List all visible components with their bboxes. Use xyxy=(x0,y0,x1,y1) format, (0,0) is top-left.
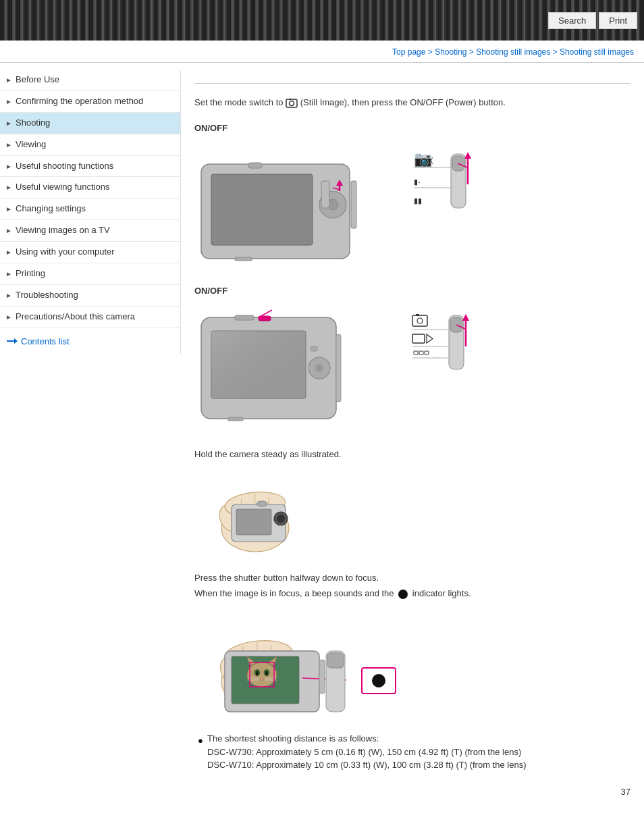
arrow-icon: ► xyxy=(5,76,12,84)
bullet-dsc-w730: DSC-W730: Approximately 5 cm (0.16 ft) (… xyxy=(207,747,521,757)
sidebar-item-using-computer[interactable]: ► Using with your computer xyxy=(0,242,180,263)
arrow-icon: ► xyxy=(5,291,12,300)
svg-point-61 xyxy=(277,515,285,523)
sidebar-item-viewing-tv[interactable]: ► Viewing images on a TV xyxy=(0,220,180,242)
svg-rect-36 xyxy=(412,315,427,326)
sidebar-item-shooting[interactable]: ► Shooting xyxy=(0,113,180,134)
sidebar-item-viewing[interactable]: ► Viewing xyxy=(0,134,180,156)
sidebar-label: Using with your computer xyxy=(16,246,173,258)
hand-diagram xyxy=(194,467,630,559)
svg-rect-4 xyxy=(211,174,313,245)
svg-rect-86 xyxy=(327,653,344,668)
sidebar-label: Viewing images on a TV xyxy=(16,225,173,236)
arrow-icon: ► xyxy=(5,140,12,149)
svg-point-76 xyxy=(257,671,259,675)
print-button[interactable]: Print xyxy=(599,12,637,29)
sidebar-item-useful-shooting[interactable]: ► Useful shooting functions xyxy=(0,156,180,178)
svg-rect-11 xyxy=(248,163,262,168)
sidebar-label: Before Use xyxy=(16,74,173,86)
hand-camera-svg xyxy=(194,467,329,555)
diagram-1: 📷 〈 ▮‐ ▮▮ xyxy=(194,144,630,265)
camera-group-2: ON/OFF xyxy=(194,284,630,429)
svg-marker-50 xyxy=(462,314,469,321)
focus-text: When the image is in focus, a beep sound… xyxy=(194,587,630,600)
main-content: Set the mode switch to (Still Image), th… xyxy=(181,70,644,818)
sidebar-item-before-use[interactable]: ► Before Use xyxy=(0,70,180,91)
sidebar-label: Precautions/About this camera xyxy=(16,311,173,323)
sidebar-label: Viewing xyxy=(16,139,173,151)
sidebar-item-changing-settings[interactable]: ► Changing settings xyxy=(0,199,180,220)
breadcrumb-current: Shooting still images xyxy=(560,47,634,57)
hold-camera-text: Hold the camera steady as illustrated. xyxy=(194,448,630,461)
svg-point-62 xyxy=(257,501,267,506)
page-number: 37 xyxy=(194,785,630,799)
contents-list-label: Contents list xyxy=(21,336,70,346)
svg-text:📷: 📷 xyxy=(414,150,433,168)
breadcrumb-top[interactable]: Top page xyxy=(392,47,425,57)
arrow-icon: ► xyxy=(5,97,12,106)
onoff-label-2: ON/OFF xyxy=(194,284,630,298)
sidebar-item-troubleshooting[interactable]: ► Troubleshooting xyxy=(0,285,180,307)
bullet-content: The shortest shooting distance is as fol… xyxy=(207,732,526,772)
focus-svg xyxy=(194,607,424,715)
breadcrumb: Top page > Shooting > Shooting still ima… xyxy=(0,41,644,63)
svg-point-31 xyxy=(315,364,323,372)
svg-rect-44 xyxy=(419,351,423,355)
arrow-icon: ► xyxy=(5,248,12,257)
svg-rect-38 xyxy=(416,314,419,316)
bullet-main-text: The shortest shooting distance is as fol… xyxy=(207,733,379,744)
arrow-icon: ► xyxy=(5,162,12,171)
mode-switch-diagram-2 xyxy=(410,307,478,429)
breadcrumb-still-images[interactable]: Shooting still images xyxy=(476,47,550,57)
shutter-text: Press the shutter button halfway down to… xyxy=(194,571,630,585)
svg-rect-12 xyxy=(351,181,356,228)
bullet-item-1: ● The shortest shooting distance is as f… xyxy=(198,732,630,772)
sidebar-label: Useful viewing functions xyxy=(16,182,173,193)
sidebar: ► Before Use ► Confirming the operation … xyxy=(0,70,181,355)
sidebar-item-printing[interactable]: ► Printing xyxy=(0,263,180,285)
svg-point-89 xyxy=(372,674,385,687)
breadcrumb-shooting[interactable]: Shooting xyxy=(435,47,466,57)
main-layout: ► Before Use ► Confirming the operation … xyxy=(0,70,644,818)
arrow-right-icon xyxy=(7,338,18,344)
sidebar-label: Shooting xyxy=(16,118,173,129)
mode-switch-diagram-1: 📷 〈 ▮‐ ▮▮ xyxy=(410,144,478,265)
sidebar-label: Confirming the operation method xyxy=(16,96,173,107)
contents-list-link[interactable]: Contents list xyxy=(0,328,180,355)
onoff-label-1: ON/OFF xyxy=(194,122,630,135)
svg-rect-32 xyxy=(311,346,317,351)
sidebar-item-confirming[interactable]: ► Confirming the operation method xyxy=(0,91,180,113)
arrow-icon: ► xyxy=(5,269,12,278)
svg-text:▮‐: ▮‐ xyxy=(414,178,421,186)
focus-diagram xyxy=(194,607,630,719)
svg-rect-40 xyxy=(412,334,425,343)
svg-rect-59 xyxy=(236,509,271,535)
divider xyxy=(194,83,630,84)
arrow-icon: ► xyxy=(5,226,12,235)
svg-point-77 xyxy=(266,671,268,675)
diagram-2 xyxy=(194,307,630,429)
svg-rect-35 xyxy=(336,334,341,402)
bullet-dot: ● xyxy=(198,734,207,748)
sidebar-label: Changing settings xyxy=(16,203,173,215)
sidebar-label: Useful shooting functions xyxy=(16,161,173,172)
svg-marker-23 xyxy=(464,152,471,159)
sidebar-item-precautions[interactable]: ► Precautions/About this camera xyxy=(0,307,180,328)
header: Search Print xyxy=(0,0,644,41)
bullet-dsc-w710: DSC-W710: Approximately 10 cm (0.33 ft) … xyxy=(207,760,526,770)
svg-rect-87 xyxy=(319,660,325,694)
arrow-icon: ► xyxy=(5,205,12,213)
sidebar-item-useful-viewing[interactable]: ► Useful viewing functions xyxy=(0,177,180,199)
svg-rect-27 xyxy=(211,331,306,398)
svg-point-71 xyxy=(247,662,277,687)
svg-point-37 xyxy=(417,318,423,323)
svg-rect-2 xyxy=(289,99,291,100)
search-button[interactable]: Search xyxy=(548,12,596,29)
svg-rect-45 xyxy=(425,351,429,355)
arrow-icon: ► xyxy=(5,119,12,128)
camera-group-1: ON/OFF xyxy=(194,122,630,266)
svg-text:▮▮: ▮▮ xyxy=(414,197,422,205)
intro-text: Set the mode switch to (Still Image), th… xyxy=(194,96,630,109)
svg-rect-43 xyxy=(414,351,418,355)
svg-rect-7 xyxy=(321,181,329,208)
